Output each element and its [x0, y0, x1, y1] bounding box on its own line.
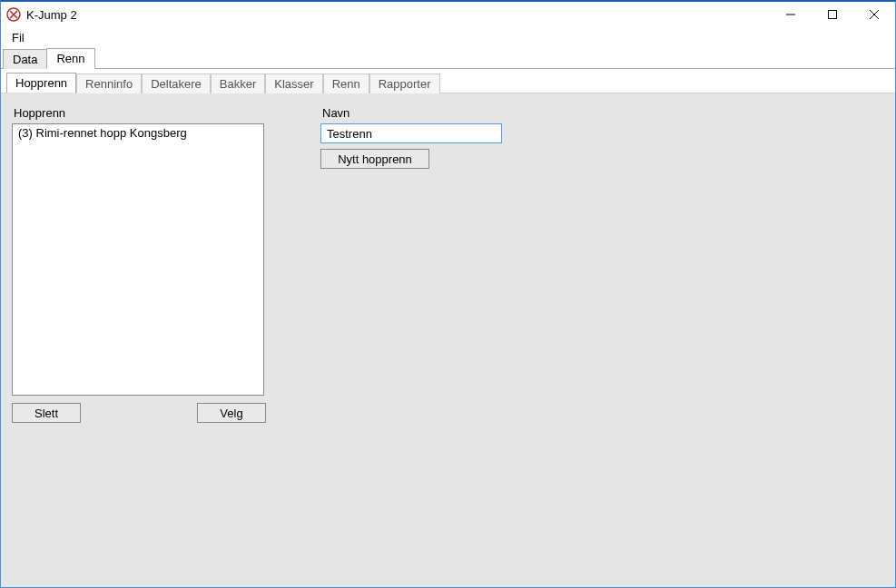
delete-button[interactable]: Slett [12, 403, 81, 423]
subtab-bakker[interactable]: Bakker [211, 74, 265, 93]
subtab-hopprenn[interactable]: Hopprenn [6, 73, 76, 93]
hopprenn-listbox[interactable]: (3) Rimi-rennet hopp Kongsberg [12, 123, 264, 396]
sub-tabs: Hopprenn Renninfo Deltakere Bakker Klass… [6, 72, 890, 93]
titlebar: K-Jump 2 [1, 2, 895, 27]
select-button[interactable]: Velg [197, 403, 266, 423]
window-title: K-Jump 2 [26, 8, 77, 22]
hopprenn-panel: Hopprenn (3) Rimi-rennet hopp Kongsberg … [12, 106, 266, 423]
subtab-renninfo[interactable]: Renninfo [76, 74, 142, 93]
subtab-klasser[interactable]: Klasser [265, 74, 322, 93]
maximize-button[interactable] [812, 2, 853, 27]
main-tabs: Data Renn [1, 47, 895, 69]
hopprenn-button-row: Slett Velg [12, 403, 266, 423]
content-area: Hopprenn (3) Rimi-rennet hopp Kongsberg … [1, 93, 895, 587]
tab-data[interactable]: Data [3, 49, 47, 69]
svg-rect-1 [829, 11, 837, 19]
hopprenn-heading: Hopprenn [14, 106, 266, 120]
app-icon [6, 7, 21, 22]
menubar: Fil [1, 27, 895, 47]
name-input[interactable] [320, 123, 502, 143]
list-item[interactable]: (3) Rimi-rennet hopp Kongsberg [13, 124, 263, 142]
subtab-rapporter[interactable]: Rapporter [369, 74, 440, 93]
navn-heading: Navn [322, 106, 520, 120]
menu-file[interactable]: Fil [5, 29, 32, 46]
new-hopprenn-button[interactable]: Nytt hopprenn [320, 149, 429, 169]
close-button[interactable] [853, 2, 895, 27]
minimize-button[interactable] [770, 2, 812, 27]
tab-renn[interactable]: Renn [46, 48, 94, 69]
subtab-renn[interactable]: Renn [323, 74, 369, 93]
sub-tabs-area: Hopprenn Renninfo Deltakere Bakker Klass… [1, 69, 895, 93]
navn-panel: Navn Nytt hopprenn [320, 106, 520, 169]
app-window: K-Jump 2 Fil Data Renn Hopprenn Renninfo… [0, 0, 896, 588]
subtab-deltakere[interactable]: Deltakere [142, 74, 211, 93]
